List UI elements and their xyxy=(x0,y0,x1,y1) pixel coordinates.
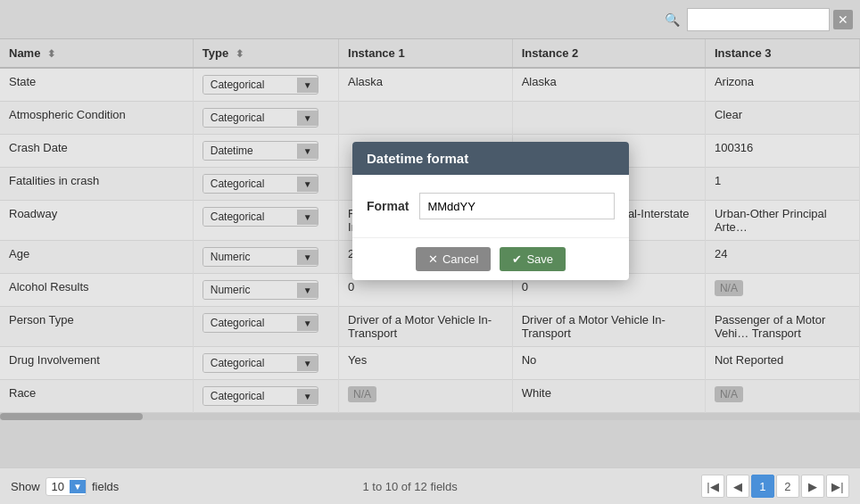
type-dropdown-arrow-icon[interactable]: ▼ xyxy=(297,316,318,331)
cell-name: Atmospheric Condition xyxy=(0,102,193,135)
type-dropdown-arrow-icon[interactable]: ▼ xyxy=(297,389,318,404)
cell-instance1: Driver of a Motor Vehicle In-Transport xyxy=(339,307,513,347)
clear-search-button[interactable]: ✕ xyxy=(833,10,853,29)
cell-type: Numeric▼ xyxy=(193,241,338,274)
cell-name: Roadway xyxy=(0,201,193,241)
table-container: Name ⬍ Type ⬍ Instance 1 Instance 2 Inst xyxy=(0,39,860,467)
show-fields-control: Show 10 ▼ fields xyxy=(11,477,119,496)
cell-instance3: Urban-Other Principal Arte… xyxy=(705,201,859,241)
search-button[interactable]: 🔍 xyxy=(661,9,683,30)
type-dropdown[interactable]: Numeric▼ xyxy=(203,280,318,300)
cell-instance2: Alaska xyxy=(512,68,705,102)
type-value: Categorical xyxy=(203,314,297,332)
type-dropdown-arrow-icon[interactable]: ▼ xyxy=(297,356,318,371)
modal-header: Datetime format xyxy=(352,142,629,175)
cell-instance3: Clear xyxy=(705,102,859,135)
datetime-format-modal: Datetime format Format ✕ Cancel ✔ Save xyxy=(352,142,629,280)
cell-name: Drug Involvement xyxy=(0,347,193,380)
cell-instance1: Alaska xyxy=(339,68,513,102)
type-dropdown-arrow-icon[interactable]: ▼ xyxy=(297,111,318,126)
table-row: Atmospheric ConditionCategorical▼Clear xyxy=(0,102,860,135)
cell-instance2 xyxy=(512,102,705,135)
next-page-button[interactable]: ▶ xyxy=(801,475,824,498)
first-page-button[interactable]: |◀ xyxy=(701,475,724,498)
type-value: Datetime xyxy=(203,142,297,160)
type-dropdown-arrow-icon[interactable]: ▼ xyxy=(297,78,318,93)
cell-type: Categorical▼ xyxy=(193,201,338,241)
type-dropdown[interactable]: Categorical▼ xyxy=(203,174,318,194)
type-dropdown[interactable]: Categorical▼ xyxy=(203,207,318,227)
cell-instance2: No xyxy=(512,347,705,380)
search-input[interactable] xyxy=(687,8,830,31)
col-header-instance2: Instance 2 xyxy=(512,39,705,68)
show-select[interactable]: 10 ▼ xyxy=(45,477,87,496)
page-info: 1 to 10 of 12 fields xyxy=(363,480,458,493)
type-dropdown-arrow-icon[interactable]: ▼ xyxy=(297,283,318,298)
save-button[interactable]: ✔ Save xyxy=(500,247,566,271)
table-row: StateCategorical▼AlaskaAlaskaArizona xyxy=(0,68,860,102)
table-row: RaceCategorical▼N/AWhiteN/A xyxy=(0,380,860,413)
last-page-button[interactable]: ▶| xyxy=(826,475,849,498)
cell-name: Age xyxy=(0,241,193,274)
show-select-arrow-icon[interactable]: ▼ xyxy=(70,480,86,493)
cancel-button[interactable]: ✕ Cancel xyxy=(416,247,491,271)
top-bar: 🔍 ✕ xyxy=(0,0,860,39)
page-1-button[interactable]: 1 xyxy=(751,475,774,498)
cell-instance1 xyxy=(339,102,513,135)
type-value: Categorical xyxy=(203,387,297,405)
bottom-bar: Show 10 ▼ fields 1 to 10 of 12 fields |◀… xyxy=(0,467,860,504)
cell-type: Categorical▼ xyxy=(193,307,338,347)
type-dropdown[interactable]: Categorical▼ xyxy=(203,386,318,406)
type-value: Categorical xyxy=(203,109,297,127)
format-label: Format xyxy=(367,199,409,213)
type-dropdown[interactable]: Categorical▼ xyxy=(203,108,318,128)
cell-type: Categorical▼ xyxy=(193,102,338,135)
na-badge: N/A xyxy=(715,280,743,296)
col-header-instance3: Instance 3 xyxy=(705,39,859,68)
type-dropdown-arrow-icon[interactable]: ▼ xyxy=(297,144,318,159)
type-dropdown-arrow-icon[interactable]: ▼ xyxy=(297,210,318,225)
type-dropdown[interactable]: Categorical▼ xyxy=(203,353,318,373)
cell-name: Race xyxy=(0,380,193,413)
type-dropdown[interactable]: Numeric▼ xyxy=(203,247,318,267)
cell-instance3: 100316 xyxy=(705,135,859,168)
type-dropdown-arrow-icon[interactable]: ▼ xyxy=(297,250,318,265)
modal-footer: ✕ Cancel ✔ Save xyxy=(352,237,629,280)
save-check-icon: ✔ xyxy=(512,252,522,266)
horizontal-scrollbar[interactable] xyxy=(0,413,860,420)
modal-body: Format xyxy=(352,175,629,237)
cell-name: Crash Date xyxy=(0,135,193,168)
cell-name: Alcohol Results xyxy=(0,274,193,307)
scrollbar-thumb[interactable] xyxy=(0,413,143,420)
type-value: Categorical xyxy=(203,76,297,94)
type-dropdown[interactable]: Datetime▼ xyxy=(203,141,318,161)
type-sort-icon[interactable]: ⬍ xyxy=(236,48,244,59)
cell-instance3: 1 xyxy=(705,168,859,201)
table-row: Person TypeCategorical▼Driver of a Motor… xyxy=(0,307,860,347)
col-header-name: Name ⬍ xyxy=(0,39,193,68)
type-dropdown[interactable]: Categorical▼ xyxy=(203,75,318,95)
cancel-x-icon: ✕ xyxy=(428,252,438,266)
col-header-type: Type ⬍ xyxy=(193,39,338,68)
table-row: Drug InvolvementCategorical▼YesNoNot Rep… xyxy=(0,347,860,380)
cell-instance3: N/A xyxy=(705,274,859,307)
na-badge: N/A xyxy=(715,386,743,402)
cell-instance2: Driver of a Motor Vehicle In-Transport xyxy=(512,307,705,347)
page-2-button[interactable]: 2 xyxy=(776,475,799,498)
prev-page-button[interactable]: ◀ xyxy=(726,475,749,498)
cell-instance1: Yes xyxy=(339,347,513,380)
show-label: Show xyxy=(11,480,40,493)
format-input[interactable] xyxy=(419,193,615,219)
cell-name: Fatalities in crash xyxy=(0,168,193,201)
cell-type: Categorical▼ xyxy=(193,168,338,201)
cell-name: State xyxy=(0,68,193,102)
type-dropdown[interactable]: Categorical▼ xyxy=(203,313,318,333)
type-value: Numeric xyxy=(203,281,297,299)
cell-type: Categorical▼ xyxy=(193,380,338,413)
name-sort-icon[interactable]: ⬍ xyxy=(47,48,55,59)
cell-instance3: Not Reported xyxy=(705,347,859,380)
cell-instance3: Arizona xyxy=(705,68,859,102)
type-dropdown-arrow-icon[interactable]: ▼ xyxy=(297,177,318,192)
type-value: Categorical xyxy=(203,208,297,226)
cell-name: Person Type xyxy=(0,307,193,347)
